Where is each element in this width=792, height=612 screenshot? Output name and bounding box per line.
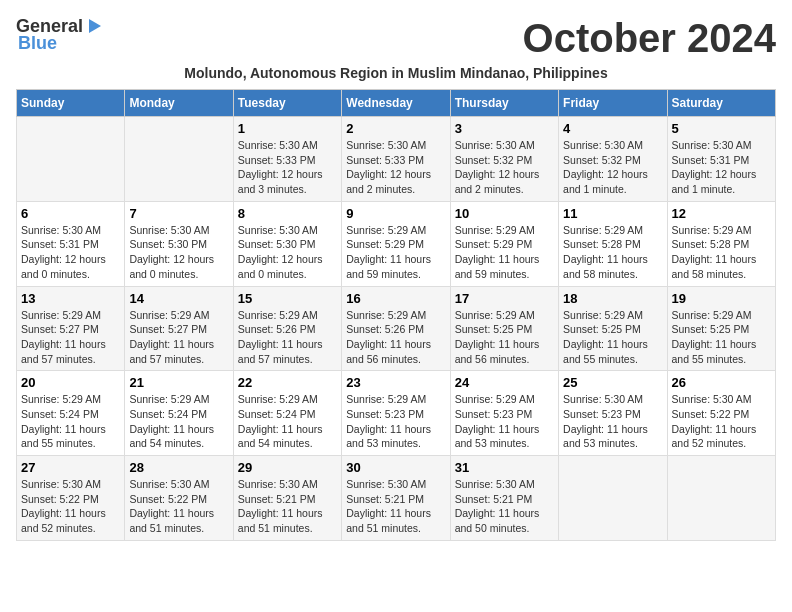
calendar-cell: 28Sunrise: 5:30 AM Sunset: 5:22 PM Dayli… — [125, 456, 233, 541]
calendar-cell — [559, 456, 667, 541]
day-info: Sunrise: 5:29 AM Sunset: 5:27 PM Dayligh… — [129, 308, 228, 367]
day-info: Sunrise: 5:29 AM Sunset: 5:25 PM Dayligh… — [672, 308, 771, 367]
day-headers-row: SundayMondayTuesdayWednesdayThursdayFrid… — [17, 90, 776, 117]
day-header-thursday: Thursday — [450, 90, 558, 117]
day-number: 12 — [672, 206, 771, 221]
calendar-cell: 5Sunrise: 5:30 AM Sunset: 5:31 PM Daylig… — [667, 117, 775, 202]
calendar-cell — [667, 456, 775, 541]
day-info: Sunrise: 5:30 AM Sunset: 5:31 PM Dayligh… — [672, 138, 771, 197]
calendar-cell: 14Sunrise: 5:29 AM Sunset: 5:27 PM Dayli… — [125, 286, 233, 371]
calendar-cell: 7Sunrise: 5:30 AM Sunset: 5:30 PM Daylig… — [125, 201, 233, 286]
day-info: Sunrise: 5:30 AM Sunset: 5:33 PM Dayligh… — [346, 138, 445, 197]
day-number: 31 — [455, 460, 554, 475]
day-number: 22 — [238, 375, 337, 390]
day-number: 23 — [346, 375, 445, 390]
day-info: Sunrise: 5:29 AM Sunset: 5:26 PM Dayligh… — [238, 308, 337, 367]
calendar-cell: 12Sunrise: 5:29 AM Sunset: 5:28 PM Dayli… — [667, 201, 775, 286]
day-number: 2 — [346, 121, 445, 136]
page-header: General Blue October 2024 — [16, 16, 776, 61]
calendar-table: SundayMondayTuesdayWednesdayThursdayFrid… — [16, 89, 776, 541]
calendar-cell: 18Sunrise: 5:29 AM Sunset: 5:25 PM Dayli… — [559, 286, 667, 371]
day-number: 25 — [563, 375, 662, 390]
day-info: Sunrise: 5:30 AM Sunset: 5:31 PM Dayligh… — [21, 223, 120, 282]
calendar-cell: 8Sunrise: 5:30 AM Sunset: 5:30 PM Daylig… — [233, 201, 341, 286]
day-info: Sunrise: 5:29 AM Sunset: 5:29 PM Dayligh… — [346, 223, 445, 282]
day-number: 9 — [346, 206, 445, 221]
day-info: Sunrise: 5:30 AM Sunset: 5:30 PM Dayligh… — [129, 223, 228, 282]
day-number: 30 — [346, 460, 445, 475]
calendar-cell: 6Sunrise: 5:30 AM Sunset: 5:31 PM Daylig… — [17, 201, 125, 286]
day-header-sunday: Sunday — [17, 90, 125, 117]
day-number: 24 — [455, 375, 554, 390]
calendar-cell — [125, 117, 233, 202]
week-row-5: 27Sunrise: 5:30 AM Sunset: 5:22 PM Dayli… — [17, 456, 776, 541]
week-row-2: 6Sunrise: 5:30 AM Sunset: 5:31 PM Daylig… — [17, 201, 776, 286]
calendar-cell: 22Sunrise: 5:29 AM Sunset: 5:24 PM Dayli… — [233, 371, 341, 456]
day-number: 5 — [672, 121, 771, 136]
day-number: 10 — [455, 206, 554, 221]
day-info: Sunrise: 5:29 AM Sunset: 5:24 PM Dayligh… — [129, 392, 228, 451]
calendar-cell: 23Sunrise: 5:29 AM Sunset: 5:23 PM Dayli… — [342, 371, 450, 456]
calendar-cell: 9Sunrise: 5:29 AM Sunset: 5:29 PM Daylig… — [342, 201, 450, 286]
svg-marker-0 — [89, 19, 101, 33]
day-number: 16 — [346, 291, 445, 306]
day-header-friday: Friday — [559, 90, 667, 117]
day-number: 4 — [563, 121, 662, 136]
calendar-cell: 15Sunrise: 5:29 AM Sunset: 5:26 PM Dayli… — [233, 286, 341, 371]
day-number: 15 — [238, 291, 337, 306]
day-number: 1 — [238, 121, 337, 136]
week-row-4: 20Sunrise: 5:29 AM Sunset: 5:24 PM Dayli… — [17, 371, 776, 456]
week-row-3: 13Sunrise: 5:29 AM Sunset: 5:27 PM Dayli… — [17, 286, 776, 371]
calendar-cell: 19Sunrise: 5:29 AM Sunset: 5:25 PM Dayli… — [667, 286, 775, 371]
day-number: 18 — [563, 291, 662, 306]
day-info: Sunrise: 5:29 AM Sunset: 5:27 PM Dayligh… — [21, 308, 120, 367]
day-number: 13 — [21, 291, 120, 306]
day-number: 14 — [129, 291, 228, 306]
day-info: Sunrise: 5:30 AM Sunset: 5:21 PM Dayligh… — [346, 477, 445, 536]
calendar-cell: 10Sunrise: 5:29 AM Sunset: 5:29 PM Dayli… — [450, 201, 558, 286]
week-row-1: 1Sunrise: 5:30 AM Sunset: 5:33 PM Daylig… — [17, 117, 776, 202]
day-header-tuesday: Tuesday — [233, 90, 341, 117]
day-number: 26 — [672, 375, 771, 390]
calendar-cell: 21Sunrise: 5:29 AM Sunset: 5:24 PM Dayli… — [125, 371, 233, 456]
calendar-cell: 16Sunrise: 5:29 AM Sunset: 5:26 PM Dayli… — [342, 286, 450, 371]
calendar-cell: 24Sunrise: 5:29 AM Sunset: 5:23 PM Dayli… — [450, 371, 558, 456]
day-header-saturday: Saturday — [667, 90, 775, 117]
calendar-subtitle: Molundo, Autonomous Region in Muslim Min… — [16, 65, 776, 81]
day-info: Sunrise: 5:30 AM Sunset: 5:21 PM Dayligh… — [455, 477, 554, 536]
calendar-cell: 25Sunrise: 5:30 AM Sunset: 5:23 PM Dayli… — [559, 371, 667, 456]
calendar-cell: 20Sunrise: 5:29 AM Sunset: 5:24 PM Dayli… — [17, 371, 125, 456]
day-info: Sunrise: 5:29 AM Sunset: 5:23 PM Dayligh… — [455, 392, 554, 451]
day-number: 6 — [21, 206, 120, 221]
day-info: Sunrise: 5:30 AM Sunset: 5:30 PM Dayligh… — [238, 223, 337, 282]
calendar-cell: 31Sunrise: 5:30 AM Sunset: 5:21 PM Dayli… — [450, 456, 558, 541]
day-info: Sunrise: 5:29 AM Sunset: 5:24 PM Dayligh… — [238, 392, 337, 451]
day-info: Sunrise: 5:30 AM Sunset: 5:22 PM Dayligh… — [21, 477, 120, 536]
calendar-cell: 17Sunrise: 5:29 AM Sunset: 5:25 PM Dayli… — [450, 286, 558, 371]
calendar-cell: 27Sunrise: 5:30 AM Sunset: 5:22 PM Dayli… — [17, 456, 125, 541]
logo: General Blue — [16, 16, 103, 54]
day-info: Sunrise: 5:29 AM Sunset: 5:28 PM Dayligh… — [563, 223, 662, 282]
day-number: 8 — [238, 206, 337, 221]
day-info: Sunrise: 5:29 AM Sunset: 5:29 PM Dayligh… — [455, 223, 554, 282]
calendar-cell: 13Sunrise: 5:29 AM Sunset: 5:27 PM Dayli… — [17, 286, 125, 371]
day-number: 7 — [129, 206, 228, 221]
day-info: Sunrise: 5:29 AM Sunset: 5:25 PM Dayligh… — [455, 308, 554, 367]
day-info: Sunrise: 5:30 AM Sunset: 5:33 PM Dayligh… — [238, 138, 337, 197]
calendar-cell: 2Sunrise: 5:30 AM Sunset: 5:33 PM Daylig… — [342, 117, 450, 202]
calendar-cell: 11Sunrise: 5:29 AM Sunset: 5:28 PM Dayli… — [559, 201, 667, 286]
day-info: Sunrise: 5:30 AM Sunset: 5:23 PM Dayligh… — [563, 392, 662, 451]
day-number: 29 — [238, 460, 337, 475]
calendar-cell: 1Sunrise: 5:30 AM Sunset: 5:33 PM Daylig… — [233, 117, 341, 202]
day-number: 27 — [21, 460, 120, 475]
day-info: Sunrise: 5:30 AM Sunset: 5:22 PM Dayligh… — [129, 477, 228, 536]
day-number: 28 — [129, 460, 228, 475]
logo-blue-text: Blue — [18, 33, 57, 54]
day-info: Sunrise: 5:29 AM Sunset: 5:25 PM Dayligh… — [563, 308, 662, 367]
day-number: 19 — [672, 291, 771, 306]
calendar-cell: 30Sunrise: 5:30 AM Sunset: 5:21 PM Dayli… — [342, 456, 450, 541]
calendar-cell: 29Sunrise: 5:30 AM Sunset: 5:21 PM Dayli… — [233, 456, 341, 541]
calendar-cell: 4Sunrise: 5:30 AM Sunset: 5:32 PM Daylig… — [559, 117, 667, 202]
day-info: Sunrise: 5:29 AM Sunset: 5:24 PM Dayligh… — [21, 392, 120, 451]
day-number: 17 — [455, 291, 554, 306]
